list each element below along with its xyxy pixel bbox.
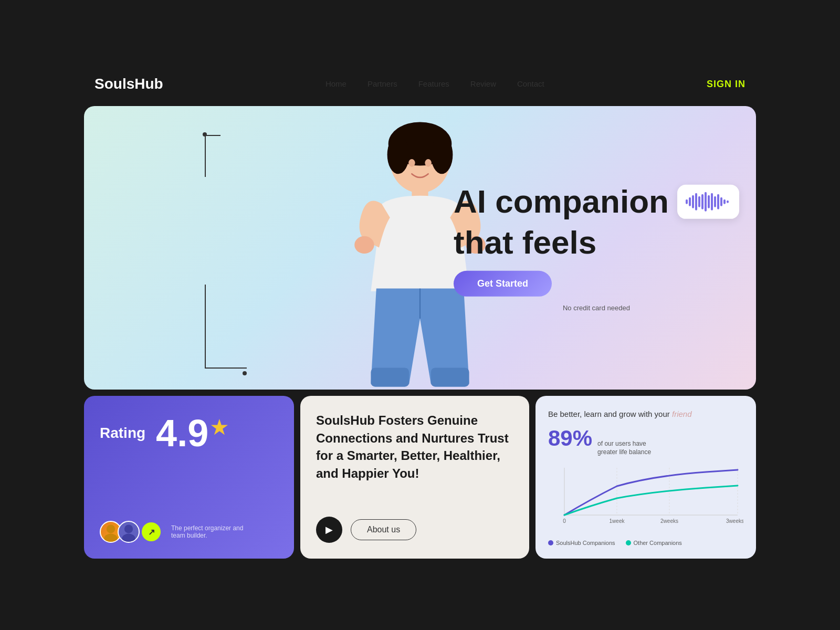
svg-rect-14	[692, 195, 694, 208]
svg-rect-13	[689, 197, 691, 206]
legend-other: Other Companions	[626, 540, 682, 546]
svg-rect-10	[371, 368, 409, 386]
rating-top: Rating 4.9 ★	[100, 412, 278, 455]
rating-bottom: ↗ The perfect organizer and team builder…	[100, 521, 278, 543]
svg-rect-21	[714, 196, 716, 207]
play-button[interactable]: ▶	[316, 517, 342, 543]
chart-title: Be better, learn and grow with your frie…	[548, 408, 743, 419]
svg-text:3weeks: 3weeks	[726, 518, 743, 524]
svg-rect-24	[723, 199, 726, 204]
no-credit-note: No credit card needed	[454, 304, 739, 312]
sign-in-button[interactable]: SIGN IN	[707, 79, 746, 90]
rating-card: Rating 4.9 ★	[84, 396, 294, 559]
nav-contact[interactable]: Contact	[517, 79, 544, 88]
rating-value: 4.9 ★	[156, 412, 227, 455]
legend-blue-dot	[548, 540, 553, 545]
description-card: SoulsHub Fosters Genuine Connections and…	[300, 396, 529, 559]
chart-area: 0 1week 2weeks 3weeks	[548, 463, 743, 533]
bottom-row: Rating 4.9 ★	[84, 396, 756, 559]
get-started-button[interactable]: Get Started	[454, 271, 552, 297]
svg-rect-11	[431, 368, 469, 386]
svg-rect-23	[720, 197, 722, 206]
nav-links: Home Partners Features Review Contact	[326, 79, 544, 89]
svg-rect-18	[705, 192, 707, 211]
svg-rect-16	[698, 196, 700, 207]
bracket-line-bottom	[205, 285, 206, 369]
svg-point-27	[104, 534, 117, 542]
hero-title-row1: AI companion	[454, 184, 739, 219]
hero-title-line2: that feels	[454, 225, 739, 260]
svg-rect-25	[727, 200, 729, 203]
legend-green-dot	[626, 540, 631, 545]
about-us-button[interactable]: About us	[351, 519, 416, 540]
svg-point-5	[425, 159, 431, 167]
logo: SoulsHub	[94, 76, 163, 92]
navbar: SoulsHub Home Partners Features Review C…	[84, 68, 756, 100]
svg-rect-22	[717, 194, 719, 209]
legend-soulshub: SoulsHub Companions	[548, 540, 615, 546]
chart-legend: SoulsHub Companions Other Companions	[548, 540, 743, 546]
chart-svg: 0 1week 2weeks 3weeks	[548, 463, 743, 531]
svg-rect-20	[711, 193, 713, 210]
bracket-line-left	[205, 135, 206, 177]
waveform-icon	[685, 190, 732, 213]
svg-point-3	[431, 135, 453, 174]
svg-rect-12	[686, 199, 688, 204]
legend-soulshub-label: SoulsHub Companions	[556, 540, 615, 546]
svg-point-7	[354, 236, 374, 254]
svg-point-4	[408, 159, 415, 167]
svg-text:2weeks: 2weeks	[660, 518, 678, 524]
stat-line: 89% of our users have greater life balan…	[548, 426, 743, 456]
waveform-badge	[677, 184, 739, 218]
friend-highlight: friend	[672, 410, 692, 418]
hero-section: AI companion	[84, 106, 756, 390]
stat-percent: 89%	[548, 426, 592, 451]
description-text: SoulsHub Fosters Genuine Connections and…	[316, 412, 513, 482]
avatar-group	[100, 521, 135, 543]
chart-card: Be better, learn and grow with your frie…	[536, 396, 756, 559]
rating-description: The perfect organizer and team builder.	[171, 524, 255, 539]
svg-rect-15	[695, 193, 697, 210]
svg-point-26	[107, 524, 115, 533]
svg-point-2	[387, 135, 410, 174]
nav-review[interactable]: Review	[470, 79, 496, 88]
avatar-2	[118, 521, 140, 543]
svg-point-28	[124, 524, 133, 533]
hero-text-area: AI companion	[454, 184, 739, 312]
svg-text:0: 0	[563, 518, 566, 524]
description-actions: ▶ About us	[316, 517, 513, 543]
nav-partners[interactable]: Partners	[368, 79, 397, 88]
stat-description: of our users have greater life balance	[597, 440, 660, 456]
go-button[interactable]: ↗	[142, 522, 161, 541]
legend-other-label: Other Companions	[634, 540, 682, 546]
avatar-person2-icon	[119, 522, 139, 542]
rating-label: Rating	[100, 425, 145, 442]
star-icon: ★	[211, 417, 227, 439]
nav-home[interactable]: Home	[326, 79, 346, 88]
svg-point-29	[122, 534, 135, 542]
bracket-dot-bottom	[243, 371, 247, 375]
svg-rect-19	[708, 195, 710, 208]
hero-title-line1: AI companion	[454, 184, 669, 219]
nav-features[interactable]: Features	[418, 79, 449, 88]
svg-rect-17	[701, 194, 704, 209]
svg-text:1week: 1week	[610, 518, 625, 524]
